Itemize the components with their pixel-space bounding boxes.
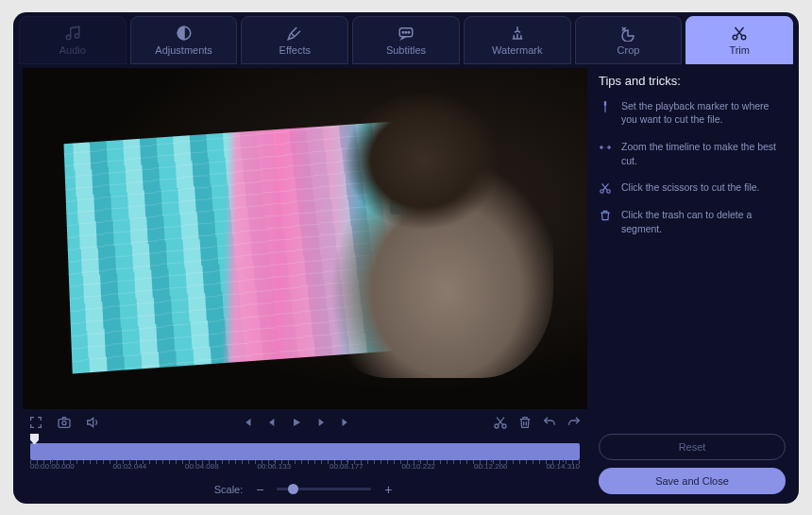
video-preview[interactable]	[23, 68, 587, 409]
clip-track[interactable]	[30, 443, 580, 460]
tab-watermark[interactable]: Watermark	[464, 16, 571, 64]
tab-label: Crop	[617, 44, 640, 56]
skip-end-icon[interactable]	[339, 416, 352, 429]
frame-back-icon[interactable]	[265, 416, 279, 429]
effects-icon	[286, 25, 303, 42]
tip-text: Click the trash can to delete a segment.	[621, 208, 786, 235]
timestamp: 00:04.088	[185, 462, 219, 477]
delete-icon[interactable]	[517, 415, 533, 430]
timestamp: 00:14.310	[546, 462, 580, 477]
crop-icon	[619, 25, 636, 42]
redo-icon[interactable]	[567, 415, 582, 430]
save-close-button[interactable]: Save and Close	[599, 468, 786, 494]
timeline-ruler: 00:00:00.000 00:02.044 00:04.088 00:06.1…	[30, 462, 580, 477]
tab-effects[interactable]: Effects	[241, 16, 348, 64]
tab-crop[interactable]: Crop	[575, 16, 683, 64]
tip-item: Set the playback marker to where you wan…	[599, 99, 786, 127]
volume-icon[interactable]	[85, 415, 100, 430]
tab-adjustments[interactable]: Adjustments	[130, 16, 238, 64]
tab-label: Effects	[279, 44, 311, 56]
cut-icon[interactable]	[493, 415, 508, 430]
frame-forward-icon[interactable]	[314, 416, 328, 429]
preview-frame	[23, 68, 587, 409]
adjustments-icon	[176, 25, 193, 42]
skip-start-icon[interactable]	[241, 416, 254, 429]
zoom-in-button[interactable]: +	[381, 482, 396, 497]
tab-label: Subtitles	[386, 44, 426, 56]
scale-label: Scale:	[214, 484, 244, 495]
tips-title: Tips and tricks:	[599, 74, 786, 88]
svg-rect-12	[604, 105, 605, 112]
timestamp: 00:02.044	[113, 462, 147, 477]
left-panel: 00:00:00.000 00:02.044 00:04.088 00:06.1…	[13, 64, 593, 504]
scale-control: Scale: − +	[23, 479, 587, 500]
watermark-icon	[509, 25, 526, 42]
trash-icon	[599, 209, 612, 222]
zoom-out-button[interactable]: −	[252, 482, 267, 497]
zoom-icon	[599, 141, 612, 154]
tab-audio[interactable]: Audio	[19, 16, 127, 64]
tips-panel: Tips and tricks: Set the playback marker…	[593, 64, 799, 504]
marker-icon	[599, 100, 612, 113]
video-editor-window: Audio Adjustments Effects Subtitles Wate…	[13, 12, 799, 504]
svg-rect-7	[59, 419, 70, 427]
editor-tabs: Audio Adjustments Effects Subtitles Wate…	[13, 12, 799, 64]
audio-icon	[64, 25, 81, 42]
tip-item: Zoom the timeline to make the best cut.	[599, 140, 786, 167]
svg-point-4	[408, 31, 410, 33]
undo-icon[interactable]	[542, 415, 557, 430]
edit-operations	[493, 415, 582, 430]
svg-point-3	[405, 31, 407, 33]
playback-controls	[241, 416, 352, 429]
tab-label: Watermark	[492, 44, 542, 56]
svg-point-2	[402, 31, 404, 33]
tip-item: Click the trash can to delete a segment.	[599, 208, 786, 235]
tab-label: Adjustments	[155, 44, 212, 56]
tip-text: Set the playback marker to where you wan…	[621, 99, 786, 127]
timeline[interactable]: 00:00:00.000 00:02.044 00:04.088 00:06.1…	[23, 438, 587, 479]
reset-button[interactable]: Reset	[599, 434, 786, 460]
tip-item: Click the scissors to cut the file.	[599, 180, 786, 195]
svg-point-8	[62, 421, 66, 424]
timestamp: 00:12.266	[474, 462, 508, 477]
tab-trim[interactable]: Trim	[685, 16, 793, 64]
play-icon[interactable]	[290, 416, 303, 429]
snapshot-icon[interactable]	[57, 415, 72, 430]
editor-body: 00:00:00.000 00:02.044 00:04.088 00:06.1…	[13, 64, 799, 504]
tip-text: Click the scissors to cut the file.	[621, 180, 759, 195]
tip-text: Zoom the timeline to make the best cut.	[621, 140, 786, 167]
subtitles-icon	[398, 25, 414, 42]
tab-subtitles[interactable]: Subtitles	[352, 16, 460, 64]
player-controls	[23, 409, 587, 436]
scale-slider[interactable]	[277, 488, 371, 490]
fullscreen-icon[interactable]	[28, 415, 43, 430]
tab-label: Audio	[59, 44, 86, 56]
trim-icon	[731, 25, 748, 42]
timestamp: 00:00:00.000	[30, 462, 75, 477]
timestamp: 00:08.177	[330, 462, 364, 477]
svg-rect-11	[604, 101, 606, 106]
timestamp: 00:10.222	[401, 462, 435, 477]
timestamp: 00:06.133	[258, 462, 292, 477]
tab-label: Trim	[729, 44, 750, 56]
scissors-icon	[599, 181, 612, 195]
